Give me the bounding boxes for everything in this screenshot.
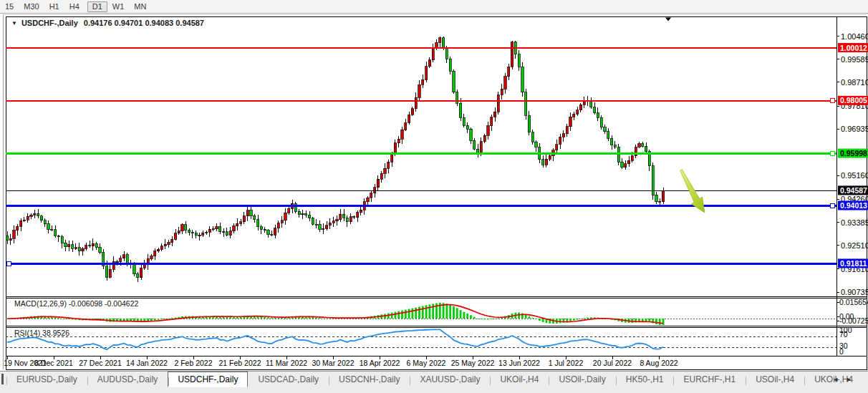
- timeframe-button[interactable]: 15: [0, 1, 19, 12]
- price-axis-label: 0.95160: [841, 171, 868, 180]
- date-label: 8 Dec 2021: [34, 359, 73, 367]
- price-axis-label: 0.99585: [841, 55, 868, 64]
- hline-handle[interactable]: [830, 99, 834, 103]
- price-axis-label: 1.00460: [841, 32, 868, 41]
- chart-canvas[interactable]: 1.004600.995850.987100.978100.969350.951…: [0, 0, 868, 393]
- price-axis-label: 0.96935: [841, 125, 868, 133]
- rsi-axis-label: 70: [839, 330, 848, 339]
- svg-text:0.98005: 0.98005: [840, 96, 867, 105]
- price-axis-label: 0.98710: [841, 78, 868, 87]
- rsi-axis-label: 0: [839, 347, 844, 356]
- date-label: 25 May 2022: [451, 359, 495, 367]
- svg-text:0.95998: 0.95998: [840, 149, 867, 157]
- tab-scroll-controls: ◄ ►: [832, 376, 852, 383]
- symbol-tab[interactable]: EURCHF-,H1: [673, 372, 746, 387]
- chart-title: ▼USDCHF-,Daily0.94176 0.94701 0.94083 0.…: [11, 19, 204, 27]
- symbol-tab[interactable]: HK50-,H1: [616, 372, 674, 387]
- date-label: 30 Mar 2022: [312, 359, 355, 367]
- chart-ohlc-values: 0.94176 0.94701 0.94083 0.94587: [84, 19, 204, 27]
- symbol-tab-list: EURUSD-,DailyAUDUSD-,DailyUSDCHF-,DailyU…: [6, 372, 863, 387]
- timeframe-button[interactable]: H4: [64, 1, 85, 12]
- svg-text:0.94013: 0.94013: [840, 201, 867, 210]
- rsi-indicator-label: RSI(14) 38.9526: [14, 329, 69, 337]
- mt4-chart-window: { "toolbar": { "timeframes": [ {"label":…: [0, 0, 868, 393]
- symbol-tab[interactable]: USOil-,Daily: [549, 372, 615, 387]
- timeframe-button[interactable]: H1: [44, 1, 64, 12]
- date-label: 1 Jul 2022: [549, 359, 584, 367]
- symbol-tab[interactable]: USDCHF-,Daily: [168, 372, 248, 387]
- symbol-tab[interactable]: USOil-,H4: [746, 372, 804, 387]
- date-label: 18 Apr 2022: [360, 359, 400, 367]
- date-label: 13 Jun 2022: [498, 359, 540, 367]
- svg-text:0.94587: 0.94587: [840, 186, 867, 195]
- svg-text:0.91811: 0.91811: [840, 259, 867, 268]
- timeframe-button[interactable]: D1: [87, 1, 107, 12]
- date-label: 14 Jan 2022: [126, 359, 168, 367]
- date-label: 8 Aug 2022: [640, 359, 677, 367]
- macd-axis-label: -0.007259: [839, 316, 868, 325]
- price-axis-label: 0.93385: [841, 218, 868, 227]
- chart-dropdown-triangle-icon[interactable]: ▼: [11, 20, 17, 26]
- date-label: 2 Feb 2022: [174, 359, 212, 367]
- price-axis-label: 0.92510: [841, 241, 868, 250]
- timeframe-button[interactable]: W1: [107, 1, 130, 12]
- timeframe-button[interactable]: M30: [19, 1, 44, 12]
- date-label: 21 Feb 2022: [219, 359, 261, 367]
- symbol-tab-bar: EURUSD-,DailyAUDUSD-,DailyUSDCHF-,DailyU…: [0, 371, 868, 393]
- symbol-tab[interactable]: AUDUSD-,Daily: [87, 372, 168, 387]
- price-axis-label: 0.90735: [841, 288, 868, 296]
- symbol-tab[interactable]: EURUSD-,Daily: [6, 372, 87, 387]
- tab-scroll-left-icon[interactable]: ◄: [832, 376, 839, 383]
- date-label: 11 Mar 2022: [266, 359, 307, 367]
- tabbar-notch: [1, 374, 4, 384]
- symbol-tab[interactable]: XAUUSD-,Daily: [410, 372, 490, 387]
- timeframe-button[interactable]: MN: [129, 1, 151, 12]
- date-label: 20 Jul 2022: [593, 359, 632, 367]
- symbol-tab[interactable]: USDCNH-,Daily: [329, 372, 410, 387]
- timeframe-toolbar: 15M30H1H4D1W1MN: [0, 0, 868, 14]
- timeframe-button-list: 15M30H1H4D1W1MN: [0, 0, 151, 13]
- hline-handle[interactable]: [830, 204, 834, 208]
- date-label: 27 Dec 2021: [79, 359, 122, 367]
- date-label: 6 May 2022: [407, 359, 446, 367]
- macd-axis-label: 0.015654: [839, 298, 868, 306]
- macd-indicator-label: MACD(12,26,9) -0.006098 -0.004622: [14, 299, 138, 308]
- chart-symbol-label: USDCHF-,Daily: [21, 19, 78, 27]
- symbol-tab[interactable]: USDCAD-,Daily: [248, 372, 329, 387]
- tab-scroll-right-icon[interactable]: ►: [846, 376, 852, 383]
- hline-handle[interactable]: [6, 261, 11, 266]
- svg-text:1.00012: 1.00012: [840, 44, 867, 52]
- hline-handle[interactable]: [830, 152, 834, 156]
- symbol-tab[interactable]: UKOil-,H4: [490, 372, 549, 387]
